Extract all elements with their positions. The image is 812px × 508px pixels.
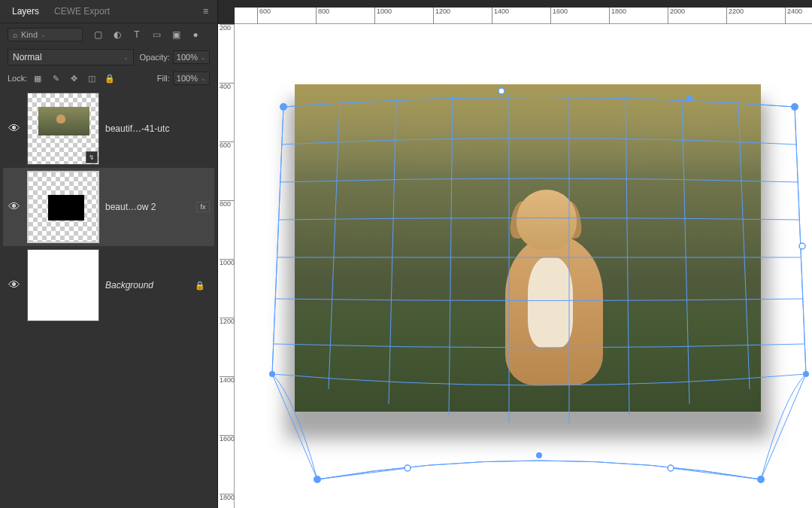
lock-brush-icon[interactable]: ✎ — [50, 72, 62, 84]
svg-line-11 — [671, 468, 761, 479]
svg-point-23 — [668, 465, 674, 471]
svg-line-9 — [795, 107, 806, 374]
ruler-tick: 400 — [220, 83, 235, 90]
layers-filter-row: ⌕ Kind ⌄ ▢ ◐ T ▭ ▣ ● — [0, 23, 217, 46]
svg-point-21 — [536, 452, 542, 458]
layer-thumbnail[interactable] — [27, 171, 99, 243]
lock-crop-icon[interactable]: ◫ — [86, 72, 98, 84]
svg-point-22 — [404, 465, 411, 471]
fill-value: 100% — [177, 74, 198, 83]
document-title — [218, 0, 812, 8]
layer-row-1[interactable]: 👁 beaut…ow 2 fx — [3, 168, 214, 246]
fill-group: Fill: 100% ⌄ — [157, 71, 210, 85]
canvas-area: 600 800 1000 1200 1400 1600 1800 2000 22… — [218, 0, 812, 508]
filter-text-icon[interactable]: T — [131, 29, 143, 41]
ruler-tick: 600 — [220, 141, 235, 149]
ruler-tick: 1600 — [220, 435, 235, 443]
layer-name[interactable]: Background — [105, 280, 189, 291]
ruler-tick: 600 — [257, 8, 271, 24]
layer-row-2[interactable]: 👁 Background 🔒 — [3, 246, 214, 324]
blend-opacity-row: Normal ⌄ Opacity: 100% ⌄ — [0, 46, 217, 68]
svg-line-10 — [317, 468, 408, 479]
opacity-value: 100% — [177, 53, 198, 62]
filter-shape-icon[interactable]: ▭ — [150, 29, 162, 41]
tab-layers[interactable]: Layers — [5, 3, 47, 20]
layer-name[interactable]: beaut…ow 2 — [105, 202, 190, 212]
lock-fill-row: Lock: ▦ ✎ ✥ ◫ 🔒 Fill: 100% ⌄ — [0, 68, 217, 88]
svg-point-14 — [280, 103, 287, 111]
svg-point-16 — [314, 476, 321, 483]
fill-label: Fill: — [157, 74, 170, 83]
panel-menu-icon[interactable]: ≡ — [198, 6, 213, 17]
chevron-down-icon: ⌄ — [201, 75, 206, 82]
layers-panel: Layers CEWE Export ≡ ⌕ Kind ⌄ ▢ ◐ T ▭ ▣ … — [0, 0, 218, 508]
tab-cewe-export[interactable]: CEWE Export — [47, 3, 117, 20]
ruler-tick: 1400 — [220, 376, 235, 384]
visibility-toggle[interactable]: 👁 — [8, 278, 21, 292]
smart-object-badge-icon: ↯ — [86, 151, 98, 163]
image-layer[interactable] — [295, 84, 761, 412]
fill-input[interactable]: 100% ⌄ — [173, 71, 210, 85]
svg-point-15 — [791, 103, 798, 111]
panel-tabs: Layers CEWE Export ≡ — [0, 0, 217, 23]
opacity-label: Opacity: — [140, 53, 170, 62]
filter-type-icons: ▢ ◐ T ▭ ▣ ● — [92, 29, 201, 41]
search-icon: ⌕ — [13, 30, 18, 39]
layer-thumbnail[interactable] — [27, 249, 99, 321]
ruler-vertical[interactable]: 200 400 600 800 1000 1200 1400 1600 1800 — [218, 24, 235, 508]
visibility-toggle[interactable]: 👁 — [8, 200, 21, 214]
ruler-tick: 2000 — [668, 8, 685, 24]
lock-pixels-icon[interactable]: ▦ — [32, 72, 44, 84]
fx-badge-icon[interactable]: fx — [196, 202, 210, 212]
chevron-down-icon: ⌄ — [123, 54, 129, 61]
ruler-tick: 1000 — [220, 259, 235, 266]
lock-move-icon[interactable]: ✥ — [68, 72, 80, 84]
chevron-down-icon: ⌄ — [41, 32, 46, 38]
filter-adjustment-icon[interactable]: ◐ — [111, 29, 123, 41]
ruler-tick: 200 — [220, 24, 235, 32]
svg-line-0 — [272, 107, 283, 374]
layer-row-0[interactable]: 👁 ↯ beautif…-41-utc — [3, 90, 214, 168]
ruler-tick: 2200 — [726, 8, 744, 24]
ruler-tick: 1800 — [609, 8, 626, 24]
ruler-tick: 1000 — [374, 8, 392, 24]
blend-mode-select[interactable]: Normal ⌄ — [8, 49, 134, 65]
filter-image-icon[interactable]: ▢ — [92, 29, 104, 41]
filter-smartobj-icon[interactable]: ▣ — [170, 29, 182, 41]
layers-list: 👁 ↯ beautif…-41-utc 👁 beaut…ow 2 fx — [0, 88, 217, 508]
ruler-tick: 800 — [316, 8, 329, 24]
svg-point-20 — [799, 243, 805, 249]
svg-point-24 — [269, 371, 275, 377]
ruler-tick: 1800 — [220, 494, 235, 501]
ruler-tick: 1600 — [550, 8, 568, 24]
opacity-input[interactable]: 100% ⌄ — [173, 50, 210, 64]
opacity-group: Opacity: 100% ⌄ — [140, 50, 211, 64]
layer-name[interactable]: beautif…-41-utc — [105, 123, 210, 134]
blend-mode-value: Normal — [13, 52, 42, 62]
chevron-down-icon: ⌄ — [201, 54, 206, 61]
ruler-tick: 800 — [220, 200, 235, 208]
ruler-tick: 1400 — [492, 8, 509, 24]
ruler-horizontal[interactable]: 600 800 1000 1200 1400 1600 1800 2000 22… — [235, 8, 812, 24]
filter-dot-icon[interactable]: ● — [189, 29, 201, 41]
ruler-tick: 2400 — [785, 8, 802, 24]
lock-icons: ▦ ✎ ✥ ◫ 🔒 — [32, 72, 116, 84]
svg-point-25 — [803, 371, 809, 377]
ruler-tick: 1200 — [433, 8, 450, 24]
ruler-tick: 1200 — [220, 318, 235, 325]
lock-icon[interactable]: 🔒 — [195, 281, 210, 291]
visibility-toggle[interactable]: 👁 — [8, 122, 21, 135]
lock-all-icon[interactable]: 🔒 — [104, 72, 116, 84]
filter-kind-select[interactable]: ⌕ Kind ⌄ — [8, 28, 83, 41]
svg-point-17 — [757, 476, 765, 483]
filter-kind-label: Kind — [21, 30, 38, 39]
lock-label: Lock: — [8, 74, 27, 83]
canvas[interactable] — [235, 24, 812, 508]
